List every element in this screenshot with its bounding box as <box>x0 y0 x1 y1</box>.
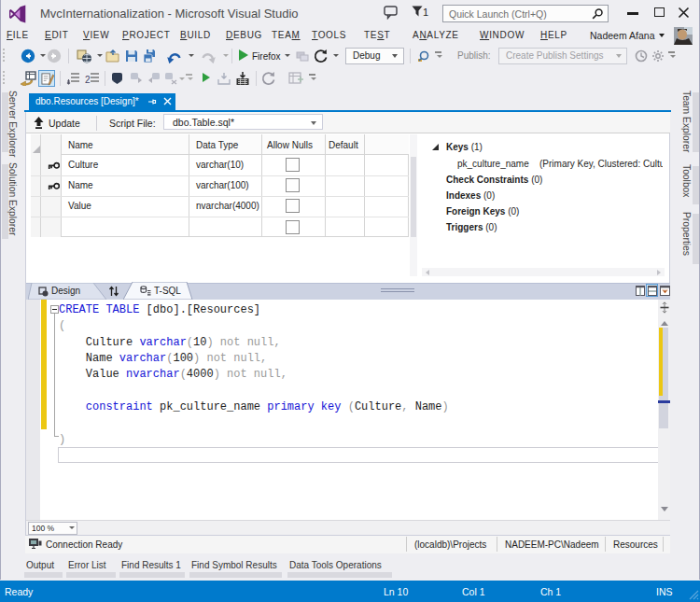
svg-text:2: 2 <box>85 75 91 85</box>
